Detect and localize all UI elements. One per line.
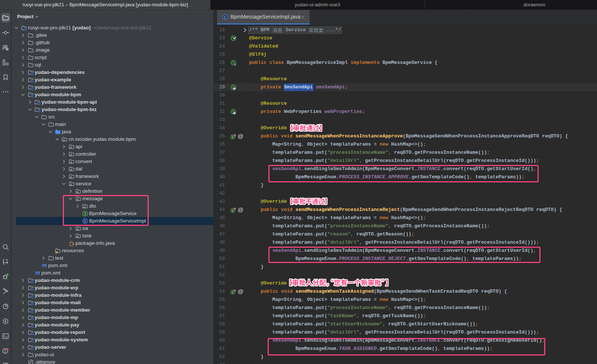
svg-text:C: C	[224, 15, 227, 20]
svg-text:I: I	[232, 290, 233, 294]
svg-text:?: ?	[6, 48, 8, 51]
svg-text:I: I	[232, 209, 233, 212]
svg-text:I: I	[232, 135, 233, 139]
